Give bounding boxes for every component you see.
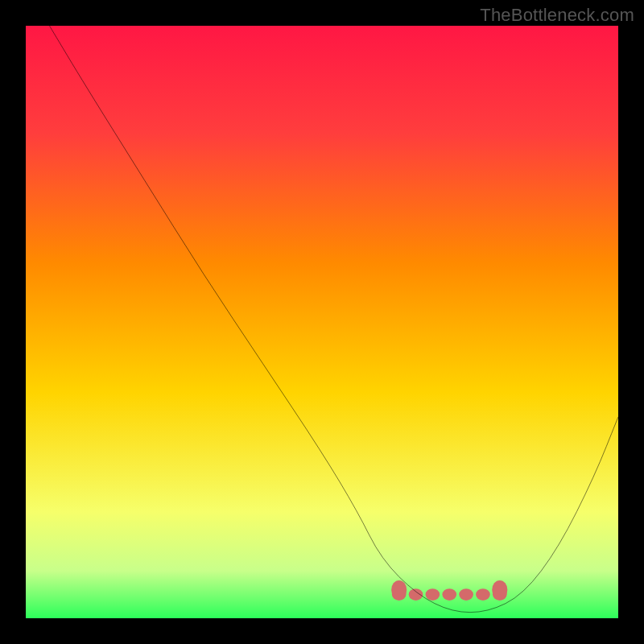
chart-container: TheBottleneck.com [0, 0, 644, 644]
chart-background [26, 26, 618, 618]
watermark-text: TheBottleneck.com [480, 5, 634, 26]
svg-point-3 [442, 588, 456, 601]
svg-point-2 [426, 588, 440, 601]
chart-plot-area [26, 26, 618, 618]
svg-point-8 [492, 580, 507, 600]
svg-point-7 [391, 580, 407, 600]
svg-point-5 [476, 588, 490, 601]
svg-point-1 [409, 588, 423, 601]
svg-point-4 [459, 588, 473, 601]
